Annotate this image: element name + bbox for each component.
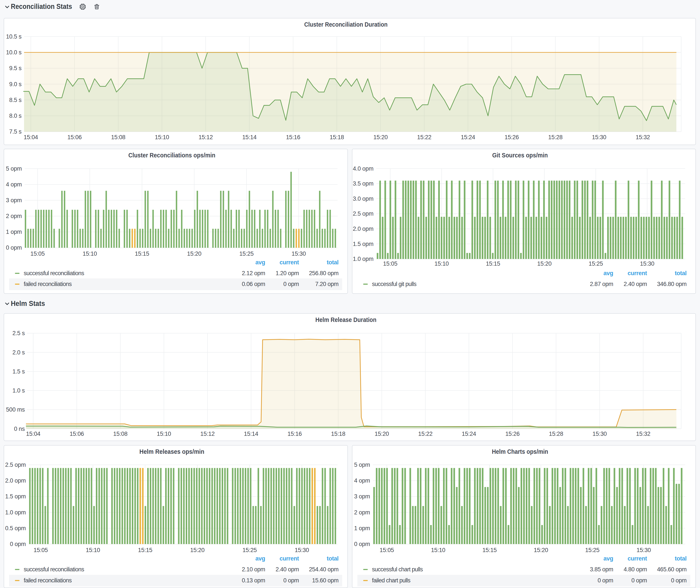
svg-text:15:20: 15:20 bbox=[374, 431, 389, 437]
svg-text:15:22: 15:22 bbox=[418, 431, 432, 437]
svg-text:0 ns: 0 ns bbox=[14, 426, 25, 432]
svg-text:15:15: 15:15 bbox=[482, 547, 497, 553]
svg-text:15:05: 15:05 bbox=[379, 547, 394, 553]
svg-text:2.5 s: 2.5 s bbox=[12, 330, 25, 336]
svg-text:1.5 opm: 1.5 opm bbox=[353, 241, 373, 247]
svg-text:15:10: 15:10 bbox=[82, 250, 97, 257]
svg-text:15:20: 15:20 bbox=[373, 134, 388, 141]
svg-text:15:16: 15:16 bbox=[287, 431, 302, 437]
svg-text:15:15: 15:15 bbox=[138, 547, 152, 553]
svg-text:2.0 opm: 2.0 opm bbox=[5, 477, 26, 484]
svg-text:2 opm: 2 opm bbox=[6, 213, 22, 219]
svg-text:15:24: 15:24 bbox=[461, 134, 475, 141]
svg-text:15:04: 15:04 bbox=[26, 431, 40, 437]
svg-text:15:06: 15:06 bbox=[69, 431, 84, 437]
svg-text:Reconciliation Stats: Reconciliation Stats bbox=[11, 2, 72, 10]
svg-text:15:26: 15:26 bbox=[504, 134, 519, 141]
svg-text:2.5 opm: 2.5 opm bbox=[353, 210, 373, 217]
svg-text:2 opm: 2 opm bbox=[354, 509, 370, 516]
svg-text:15:30: 15:30 bbox=[295, 547, 309, 553]
svg-text:15:20: 15:20 bbox=[190, 547, 204, 553]
svg-text:8.5 s: 8.5 s bbox=[9, 97, 21, 103]
svg-text:15:22: 15:22 bbox=[417, 134, 431, 141]
svg-text:15:20: 15:20 bbox=[534, 547, 548, 553]
svg-text:Cluster Reconciliations ops/mi: Cluster Reconciliations ops/min bbox=[128, 152, 215, 159]
svg-text:8.0 s: 8.0 s bbox=[9, 113, 21, 119]
svg-text:15:30: 15:30 bbox=[640, 260, 654, 267]
svg-text:0 opm: 0 opm bbox=[354, 541, 370, 547]
svg-text:10.5 s: 10.5 s bbox=[6, 33, 21, 40]
svg-text:5 opm: 5 opm bbox=[6, 165, 22, 172]
svg-text:15:30: 15:30 bbox=[592, 134, 606, 141]
svg-text:1.0 opm: 1.0 opm bbox=[5, 509, 26, 516]
svg-text:15:14: 15:14 bbox=[242, 134, 256, 141]
svg-text:15:30: 15:30 bbox=[592, 431, 607, 437]
svg-text:1 opm: 1 opm bbox=[6, 229, 22, 235]
svg-text:10.0 s: 10.0 s bbox=[6, 49, 21, 56]
svg-text:3 opm: 3 opm bbox=[6, 197, 22, 204]
svg-text:15:10: 15:10 bbox=[157, 431, 171, 437]
svg-text:15:08: 15:08 bbox=[111, 134, 125, 141]
svg-text:15:26: 15:26 bbox=[505, 431, 519, 437]
svg-text:15:28: 15:28 bbox=[549, 431, 563, 437]
svg-text:Helm Releases ops/min: Helm Releases ops/min bbox=[139, 448, 204, 455]
svg-text:15:04: 15:04 bbox=[24, 134, 38, 141]
svg-text:4.0 opm: 4.0 opm bbox=[353, 165, 373, 172]
svg-text:4 opm: 4 opm bbox=[354, 477, 370, 484]
svg-text:15:14: 15:14 bbox=[244, 431, 258, 437]
svg-text:2.0 opm: 2.0 opm bbox=[353, 226, 373, 232]
svg-text:2.5 opm: 2.5 opm bbox=[5, 462, 26, 468]
svg-text:15:18: 15:18 bbox=[330, 134, 344, 141]
svg-text:15:05: 15:05 bbox=[33, 547, 48, 553]
svg-text:15:10: 15:10 bbox=[155, 134, 169, 141]
svg-text:15:10: 15:10 bbox=[431, 547, 445, 553]
svg-text:1.5 opm: 1.5 opm bbox=[5, 493, 26, 500]
svg-text:3.5 opm: 3.5 opm bbox=[353, 180, 373, 187]
svg-text:15:10: 15:10 bbox=[86, 547, 100, 553]
svg-text:Git Sources ops/min: Git Sources ops/min bbox=[492, 152, 548, 159]
svg-text:0 opm: 0 opm bbox=[6, 244, 22, 251]
svg-text:500 ms: 500 ms bbox=[6, 406, 25, 413]
svg-text:15:30: 15:30 bbox=[291, 250, 306, 257]
svg-text:15:08: 15:08 bbox=[113, 431, 127, 437]
svg-text:15:30: 15:30 bbox=[636, 547, 651, 553]
svg-text:15:25: 15:25 bbox=[242, 547, 257, 553]
svg-text:15:32: 15:32 bbox=[636, 431, 650, 437]
svg-text:1.0 s: 1.0 s bbox=[12, 387, 25, 394]
svg-text:1.5 s: 1.5 s bbox=[12, 368, 25, 375]
svg-text:7.5 s: 7.5 s bbox=[9, 128, 21, 135]
svg-text:15:25: 15:25 bbox=[589, 260, 603, 267]
svg-text:15:06: 15:06 bbox=[67, 134, 82, 141]
svg-text:1 opm: 1 opm bbox=[354, 525, 370, 531]
svg-text:0 opm: 0 opm bbox=[10, 541, 26, 547]
svg-text:0.5 opm: 0.5 opm bbox=[5, 525, 26, 531]
svg-text:3.0 opm: 3.0 opm bbox=[353, 195, 373, 202]
svg-text:15:05: 15:05 bbox=[383, 260, 397, 267]
svg-text:15:24: 15:24 bbox=[462, 431, 476, 437]
svg-text:2.0 s: 2.0 s bbox=[12, 349, 25, 356]
svg-text:15:05: 15:05 bbox=[30, 250, 45, 257]
svg-text:4 opm: 4 opm bbox=[6, 181, 22, 188]
svg-text:5 opm: 5 opm bbox=[354, 462, 370, 468]
svg-text:15:32: 15:32 bbox=[635, 134, 650, 141]
svg-text:15:25: 15:25 bbox=[239, 250, 253, 257]
svg-text:15:28: 15:28 bbox=[548, 134, 562, 141]
svg-text:15:25: 15:25 bbox=[585, 547, 599, 553]
svg-text:Helm Stats: Helm Stats bbox=[11, 299, 45, 307]
svg-text:15:20: 15:20 bbox=[537, 260, 552, 267]
svg-text:15:18: 15:18 bbox=[331, 431, 345, 437]
svg-text:15:10: 15:10 bbox=[434, 260, 449, 267]
svg-text:15:12: 15:12 bbox=[200, 431, 215, 437]
svg-text:9.5 s: 9.5 s bbox=[9, 65, 21, 71]
svg-text:15:15: 15:15 bbox=[135, 250, 149, 257]
svg-text:1.0 opm: 1.0 opm bbox=[353, 256, 373, 262]
svg-text:3 opm: 3 opm bbox=[354, 493, 370, 500]
svg-text:Helm Release Duration: Helm Release Duration bbox=[315, 316, 376, 323]
svg-text:15:16: 15:16 bbox=[286, 134, 300, 141]
svg-text:9.0 s: 9.0 s bbox=[9, 81, 21, 87]
svg-text:15:12: 15:12 bbox=[198, 134, 213, 141]
svg-text:15:15: 15:15 bbox=[486, 260, 500, 267]
svg-text:Cluster Reconciliation Duratio: Cluster Reconciliation Duration bbox=[304, 21, 387, 28]
svg-text:Helm Charts ops/min: Helm Charts ops/min bbox=[492, 448, 548, 455]
svg-text:15:20: 15:20 bbox=[187, 250, 201, 257]
